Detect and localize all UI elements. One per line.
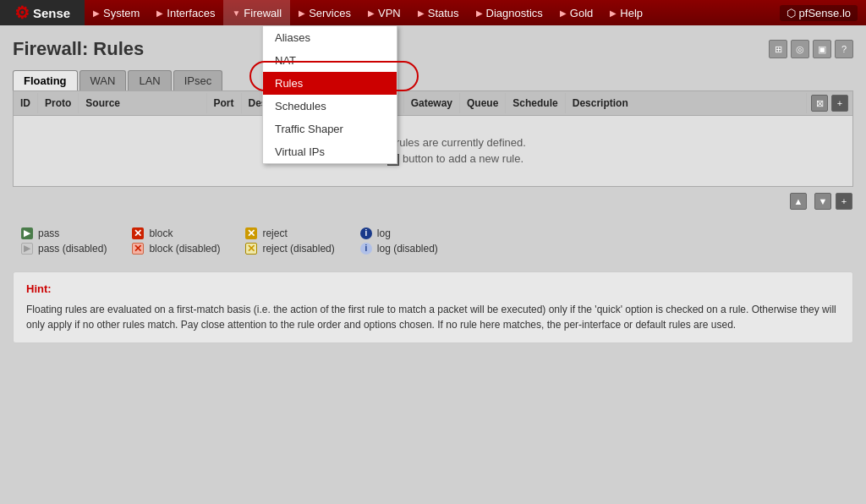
log-disabled-label: log (disabled) bbox=[377, 243, 438, 255]
pass-icon: ▶ bbox=[21, 227, 33, 239]
legend-block-disabled: ✕ block (disabled) bbox=[132, 243, 220, 255]
nav-diagnostics-label: Diagnostics bbox=[486, 7, 543, 19]
header-icons: ⊞ ◎ ▣ ? bbox=[769, 40, 853, 58]
nav-system-label: System bbox=[103, 7, 140, 19]
empty-line1: No floating rules are currently defined. bbox=[30, 136, 836, 149]
arrow-icon: ▶ bbox=[368, 8, 375, 18]
question-icon-btn[interactable]: ? bbox=[835, 40, 853, 58]
arrow-icon: ▶ bbox=[476, 8, 483, 18]
pf-icon: ⚙ bbox=[14, 3, 30, 23]
hint-text: Floating rules are evaluated on a first-… bbox=[26, 302, 840, 332]
dropdown-rules[interactable]: Rules bbox=[263, 72, 397, 95]
dropdown-aliases[interactable]: Aliases bbox=[263, 26, 397, 49]
nav-status-label: Status bbox=[428, 7, 459, 19]
hint-section: Hint: Floating rules are evaluated on a … bbox=[13, 271, 853, 343]
select-all-icon[interactable]: ⊠ bbox=[811, 95, 828, 112]
arrow-icon: ▶ bbox=[299, 8, 305, 18]
arrow-icon: ▶ bbox=[560, 8, 567, 18]
page-title: Firewall: Rules bbox=[13, 38, 144, 60]
pass-disabled-label: pass (disabled) bbox=[38, 243, 107, 255]
add-bottom-icon[interactable]: + bbox=[836, 193, 852, 210]
pass-label: pass bbox=[38, 227, 59, 239]
rules-table-container: ID Proto Source Port Destination Port Ga… bbox=[13, 90, 853, 187]
reject-label: reject bbox=[262, 227, 287, 239]
tab-floating[interactable]: Floating bbox=[13, 70, 78, 90]
hostname-label: ⬡ pfSense.lo bbox=[780, 5, 858, 21]
nav-gold[interactable]: ▶ Gold bbox=[551, 0, 601, 25]
reject-disabled-icon: ✕ bbox=[245, 243, 257, 255]
legend-block-group: ✕ block ✕ block (disabled) bbox=[132, 227, 220, 255]
hint-title: Hint: bbox=[26, 282, 840, 295]
legend-reject-group: ✕ reject ✕ reject (disabled) bbox=[245, 227, 334, 255]
nav-gold-label: Gold bbox=[570, 7, 593, 19]
nav-interfaces[interactable]: ▶ Interfaces bbox=[148, 0, 223, 25]
col-schedule: Schedule bbox=[506, 93, 565, 113]
legend-pass: ▶ pass bbox=[21, 227, 107, 239]
nav-help[interactable]: ▶ Help bbox=[601, 0, 651, 25]
dropdown-menu: Aliases NAT Rules Schedules Traffic Shap… bbox=[262, 25, 397, 164]
move-down-icon[interactable]: ▼ bbox=[814, 193, 831, 210]
block-icon: ✕ bbox=[132, 227, 144, 239]
add-rule-icon[interactable]: + bbox=[831, 95, 848, 112]
empty-state: No floating rules are currently defined.… bbox=[14, 116, 852, 186]
nav-firewall[interactable]: ▼ Firewall bbox=[223, 0, 290, 25]
side-action-buttons: ▲ ▼ + bbox=[13, 192, 853, 211]
page-header: Firewall: Rules ⊞ ◎ ▣ ? bbox=[13, 38, 853, 60]
nav-system[interactable]: ▶ System bbox=[85, 0, 148, 25]
tab-ipsec[interactable]: IPsec bbox=[173, 70, 223, 90]
col-proto: Proto bbox=[38, 93, 79, 113]
nav-help-label: Help bbox=[620, 7, 643, 19]
nav-diagnostics[interactable]: ▶ Diagnostics bbox=[468, 0, 551, 25]
log-icon: i bbox=[360, 227, 372, 239]
dropdown-traffic-shaper[interactable]: Traffic Shaper bbox=[263, 118, 397, 140]
navbar: ⚙ Sense ▶ System ▶ Interfaces ▼ Firewall… bbox=[0, 0, 866, 25]
col-description: Description bbox=[566, 93, 807, 113]
main-content: Firewall: Rules ⊞ ◎ ▣ ? Floating WAN LAN… bbox=[0, 25, 866, 504]
col-port1: Port bbox=[207, 93, 242, 113]
arrow-icon: ▶ bbox=[610, 8, 617, 18]
log-label: log bbox=[377, 227, 391, 239]
brand-name: Sense bbox=[33, 6, 70, 20]
dropdown-nat[interactable]: NAT bbox=[263, 49, 397, 72]
arrow-icon: ▼ bbox=[232, 8, 240, 18]
legend-log-group: i log i log (disabled) bbox=[360, 227, 438, 255]
reject-icon: ✕ bbox=[245, 227, 257, 239]
block-label: block bbox=[149, 227, 173, 239]
log-disabled-icon: i bbox=[360, 243, 372, 255]
nav-interfaces-label: Interfaces bbox=[167, 7, 215, 19]
nav-status[interactable]: ▶ Status bbox=[409, 0, 468, 25]
table-header: ID Proto Source Port Destination Port Ga… bbox=[14, 91, 852, 116]
arrow-icon: ▶ bbox=[156, 8, 163, 18]
legend-log: i log bbox=[360, 227, 438, 239]
legend-pass-group: ▶ pass ▶ pass (disabled) bbox=[21, 227, 107, 255]
col-queue: Queue bbox=[460, 93, 506, 113]
settings-icon-btn[interactable]: ◎ bbox=[791, 40, 809, 58]
help-icon-btn[interactable]: ⊞ bbox=[769, 40, 787, 58]
dropdown-virtual-ips[interactable]: Virtual IPs bbox=[263, 140, 397, 163]
block-disabled-icon: ✕ bbox=[132, 243, 144, 255]
tab-wan[interactable]: WAN bbox=[79, 70, 127, 90]
pass-disabled-icon: ▶ bbox=[21, 243, 33, 255]
nav-right: ⬡ pfSense.lo bbox=[780, 5, 866, 21]
dropdown-schedules[interactable]: Schedules bbox=[263, 95, 397, 118]
legend-reject-disabled: ✕ reject (disabled) bbox=[245, 243, 334, 255]
nav-vpn-label: VPN bbox=[378, 7, 401, 19]
tab-bar: Floating WAN LAN IPsec bbox=[13, 70, 853, 90]
block-disabled-label: block (disabled) bbox=[149, 243, 220, 255]
col-source: Source bbox=[79, 93, 206, 113]
col-gateway: Gateway bbox=[404, 93, 460, 113]
nav-services[interactable]: ▶ Services bbox=[290, 0, 359, 25]
nav-firewall-label: Firewall bbox=[244, 7, 282, 19]
arrow-icon: ▶ bbox=[418, 8, 425, 18]
reject-disabled-label: reject (disabled) bbox=[262, 243, 334, 255]
col-actions: ⊠ + bbox=[807, 91, 852, 115]
legend-reject: ✕ reject bbox=[245, 227, 334, 239]
move-up-icon[interactable]: ▲ bbox=[790, 193, 807, 210]
nav-vpn[interactable]: ▶ VPN bbox=[359, 0, 409, 25]
legend-log-disabled: i log (disabled) bbox=[360, 243, 438, 255]
copy-icon-btn[interactable]: ▣ bbox=[813, 40, 831, 58]
brand-logo: ⚙ Sense bbox=[0, 0, 85, 25]
nav-services-label: Services bbox=[309, 7, 351, 19]
tab-lan[interactable]: LAN bbox=[128, 70, 171, 90]
legend: ▶ pass ▶ pass (disabled) ✕ block ✕ block… bbox=[21, 227, 853, 255]
